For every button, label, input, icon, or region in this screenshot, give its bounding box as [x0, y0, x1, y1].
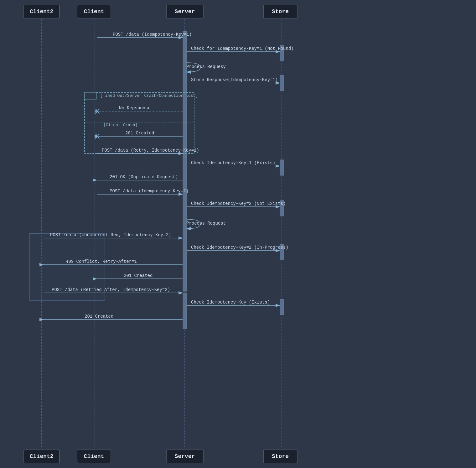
- actor-server-bottom: Server: [166, 450, 204, 463]
- actor-client-top: Client: [77, 5, 111, 18]
- svg-line-29: [96, 134, 99, 139]
- svg-line-28: [96, 134, 99, 139]
- msg-11: Check Idempotency-Key=2 (Not Exists): [191, 201, 286, 206]
- actor-client2-top: Client2: [23, 5, 60, 18]
- msg-10: POST /data (Idempotency-Key=2): [110, 189, 189, 194]
- msg-1: POST /data (Idempotency-Key=1): [113, 32, 192, 37]
- alt-condition-2: [Client Crash]: [103, 123, 137, 127]
- svg-rect-10: [183, 293, 187, 329]
- actor-store-bottom: Store: [263, 450, 298, 463]
- alt-condition-1: [Timed Out/Server Crash/Connection Lost]: [100, 93, 198, 98]
- svg-rect-16: [280, 299, 284, 315]
- svg-rect-17: [85, 92, 194, 153]
- msg-6: 201 Created: [125, 131, 154, 136]
- msg-12: Process Request: [186, 221, 226, 226]
- msg-9: 201 OK (Duplicate Request): [110, 174, 178, 179]
- msg-4: Store Response(Idempotency-Key=1): [191, 77, 278, 82]
- actor-store-top: Store: [263, 5, 298, 18]
- msg-14: Check Idempotency-Key=2 (In-Progress): [191, 245, 288, 250]
- msg-3: Process Requesy: [186, 64, 226, 69]
- actor-server-top: Server: [166, 5, 204, 18]
- svg-line-26: [96, 109, 99, 114]
- msg-2: Check for Idempotency-Key=1 (Not Found): [191, 46, 294, 51]
- svg-line-25: [96, 109, 99, 114]
- msg-16: 201 Created: [124, 273, 153, 278]
- msg-18: Check Idempotency-Key (Exists): [191, 300, 270, 305]
- svg-rect-12: [280, 75, 284, 91]
- msg-15: 409 Conflict, Retry-After=1: [66, 259, 137, 264]
- actor-client-bottom: Client: [77, 450, 111, 463]
- msg-17: POST /data (Retried After, Idempotency-K…: [52, 287, 170, 292]
- sequence-diagram: Client2 Client Server Store Client2 Clie…: [0, 0, 476, 468]
- svg-rect-13: [280, 160, 284, 175]
- msg-19: 201 Created: [85, 314, 113, 319]
- msg-7: POST /data (Retry, Idempotency-Key=1): [102, 148, 199, 153]
- actor-client2-bottom: Client2: [23, 450, 60, 463]
- msg-8: Check Idempotency-Key=1 (Exists): [191, 160, 275, 165]
- msg-13: POST /data (concurrent Req, Idempotency-…: [50, 232, 171, 237]
- alt-label: alt: [85, 92, 96, 99]
- msg-5: No Repsponse: [119, 106, 151, 111]
